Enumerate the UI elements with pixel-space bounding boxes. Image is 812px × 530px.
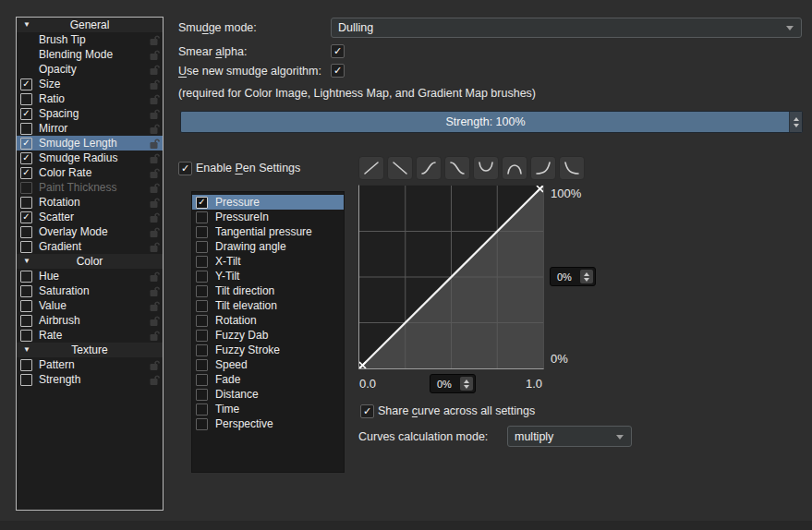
sidebar-item[interactable]: ✓ Pattern xyxy=(17,357,163,372)
pen-sensor-row[interactable]: ✓ Fade xyxy=(192,372,344,387)
spin-up-icon[interactable] xyxy=(794,117,799,121)
lock-icon[interactable] xyxy=(148,359,160,371)
sidebar-item-checkbox[interactable]: ✓ xyxy=(20,271,32,283)
lock-icon[interactable] xyxy=(148,211,160,223)
pen-sensor-checkbox[interactable]: ✓ xyxy=(196,315,208,327)
lock-icon[interactable] xyxy=(148,93,160,105)
x-value-spinbox[interactable]: 0% xyxy=(430,374,476,393)
curve-preset-s-curve-down-button[interactable] xyxy=(444,156,470,180)
sidebar-item[interactable]: ✓ Color Rate xyxy=(17,165,163,180)
pen-sensor-row[interactable]: ✓ Distance xyxy=(192,387,344,402)
sidebar-item[interactable]: ✓ Size xyxy=(17,77,163,91)
sidebar-item[interactable]: ✓ Scatter xyxy=(17,210,163,224)
sidebar-item-checkbox[interactable]: ✓ xyxy=(20,138,32,150)
pen-sensor-row[interactable]: ✓ Drawing angle xyxy=(192,239,344,254)
use-new-smudge-checkbox[interactable]: ✓ xyxy=(331,64,345,78)
y-spin-buttons[interactable] xyxy=(580,270,593,283)
sidebar-item[interactable]: ✓ Hue xyxy=(17,269,163,283)
sidebar-item-checkbox[interactable]: ✓ xyxy=(20,241,32,253)
pen-sensor-checkbox[interactable]: ✓ xyxy=(196,197,208,209)
pen-sensor-checkbox[interactable]: ✓ xyxy=(196,418,208,430)
sidebar-item[interactable]: ✓ Mirror xyxy=(17,121,163,136)
sidebar-item-checkbox[interactable]: ✓ xyxy=(20,167,32,179)
lock-icon[interactable] xyxy=(148,315,160,327)
lock-icon[interactable] xyxy=(148,138,160,150)
sidebar-item[interactable]: ✓ Rotation xyxy=(17,195,163,210)
sidebar-item-checkbox[interactable]: ✓ xyxy=(20,108,32,120)
sidebar-item-checkbox[interactable]: ✓ xyxy=(20,182,32,194)
lock-icon[interactable] xyxy=(148,374,160,386)
pen-sensor-row[interactable]: ✓ Y-Tilt xyxy=(192,269,344,283)
sidebar-item-checkbox[interactable]: ✓ xyxy=(20,315,32,327)
lock-icon[interactable] xyxy=(148,197,160,209)
pen-sensor-row[interactable]: ✓ Tilt direction xyxy=(192,283,344,298)
pen-sensor-checkbox[interactable]: ✓ xyxy=(196,226,208,238)
sidebar-item[interactable]: ✓ Value xyxy=(17,298,163,313)
collapse-triangle-icon[interactable]: ▼ xyxy=(23,18,30,32)
sidebar-item-checkbox[interactable]: ✓ xyxy=(20,285,32,297)
curve-preset-ease-in-rise-button[interactable] xyxy=(530,156,556,180)
pen-sensor-row[interactable]: ✓ Speed xyxy=(192,357,344,372)
curve-preset-arch-button[interactable] xyxy=(502,156,527,180)
sidebar-item[interactable]: ✓ Smudge Radius xyxy=(17,151,163,165)
sidebar-item[interactable]: ✓ Opacity xyxy=(17,62,163,77)
pen-sensor-checkbox[interactable]: ✓ xyxy=(196,374,208,386)
sidebar-list[interactable]: ▼ General ✓ Brush Tip ✓ Blending Mode ✓ xyxy=(16,17,164,511)
lock-icon[interactable] xyxy=(148,152,160,164)
x-value[interactable]: 0% xyxy=(430,379,458,390)
enable-pen-checkbox[interactable]: ✓ xyxy=(178,162,192,175)
lock-icon[interactable] xyxy=(148,108,160,120)
curve-preset-ease-out-drop-button[interactable] xyxy=(559,156,585,180)
lock-icon[interactable] xyxy=(148,300,160,312)
curve-preset-u-valley-button[interactable] xyxy=(473,156,499,180)
sidebar-item-checkbox[interactable]: ✓ xyxy=(20,374,32,386)
pen-sensor-row[interactable]: ✓ PressureIn xyxy=(192,210,344,224)
curve-preset-linear-down-button[interactable] xyxy=(387,156,413,180)
sidebar-item-checkbox[interactable]: ✓ xyxy=(20,123,32,135)
y-value-spinbox[interactable]: 0% xyxy=(550,267,596,286)
lock-icon[interactable] xyxy=(148,241,160,253)
curve-preset-linear-up-button[interactable] xyxy=(358,156,384,180)
lock-icon[interactable] xyxy=(148,64,160,76)
pen-sensor-list[interactable]: ✓ Pressure ✓ PressureIn ✓ Tangential pre… xyxy=(191,191,345,473)
strength-slider[interactable]: Strength: 100% xyxy=(180,111,803,133)
x-spin-buttons[interactable] xyxy=(460,377,473,391)
sidebar-item[interactable]: ✓ Rate xyxy=(17,328,163,343)
sidebar-item-checkbox[interactable]: ✓ xyxy=(20,93,32,105)
pen-sensor-row[interactable]: ✓ Perspective xyxy=(192,416,344,431)
sidebar-section-header[interactable]: ▼ Texture xyxy=(17,343,163,357)
sidebar-section-header[interactable]: ▼ General xyxy=(17,18,163,32)
smear-alpha-checkbox[interactable]: ✓ xyxy=(331,44,345,58)
sidebar-item[interactable]: ✓ Airbrush xyxy=(17,313,163,328)
y-value[interactable]: 0% xyxy=(551,271,578,283)
pen-sensor-checkbox[interactable]: ✓ xyxy=(196,211,208,223)
sidebar-item[interactable]: ✓ Brush Tip xyxy=(17,32,163,47)
lock-icon[interactable] xyxy=(148,123,160,135)
sidebar-item-checkbox[interactable]: ✓ xyxy=(20,78,32,90)
sidebar-item-checkbox[interactable]: ✓ xyxy=(20,226,32,238)
pen-sensor-row[interactable]: ✓ Pressure xyxy=(192,195,344,210)
pen-sensor-checkbox[interactable]: ✓ xyxy=(196,344,208,356)
sidebar-item[interactable]: ✓ Strength xyxy=(17,372,163,387)
share-curve-checkbox[interactable]: ✓ xyxy=(360,404,374,418)
calc-mode-select[interactable]: multiply xyxy=(507,426,632,447)
pen-sensor-checkbox[interactable]: ✓ xyxy=(196,241,208,253)
lock-icon[interactable] xyxy=(148,49,160,61)
spin-down-icon[interactable] xyxy=(794,124,799,127)
sidebar-item-checkbox[interactable]: ✓ xyxy=(20,330,32,342)
sidebar-item[interactable]: ✓ Smudge Length xyxy=(17,136,163,151)
smudge-mode-select[interactable]: Dulling xyxy=(331,18,802,38)
sidebar-section-header[interactable]: ▼ Color xyxy=(17,254,163,269)
sidebar-item[interactable]: ✓ Paint Thickness xyxy=(17,180,163,195)
lock-icon[interactable] xyxy=(148,285,160,297)
lock-icon[interactable] xyxy=(148,167,160,179)
sidebar-item-checkbox[interactable]: ✓ xyxy=(20,300,32,312)
sidebar-item-checkbox[interactable]: ✓ xyxy=(20,152,32,164)
pen-sensor-row[interactable]: ✓ Tilt elevation xyxy=(192,298,344,313)
pen-sensor-checkbox[interactable]: ✓ xyxy=(196,359,208,371)
sidebar-item[interactable]: ✓ Gradient xyxy=(17,239,163,254)
sidebar-item-checkbox[interactable]: ✓ xyxy=(20,359,32,371)
sidebar-item-checkbox[interactable]: ✓ xyxy=(20,197,32,209)
lock-icon[interactable] xyxy=(148,271,160,283)
lock-icon[interactable] xyxy=(148,78,160,90)
